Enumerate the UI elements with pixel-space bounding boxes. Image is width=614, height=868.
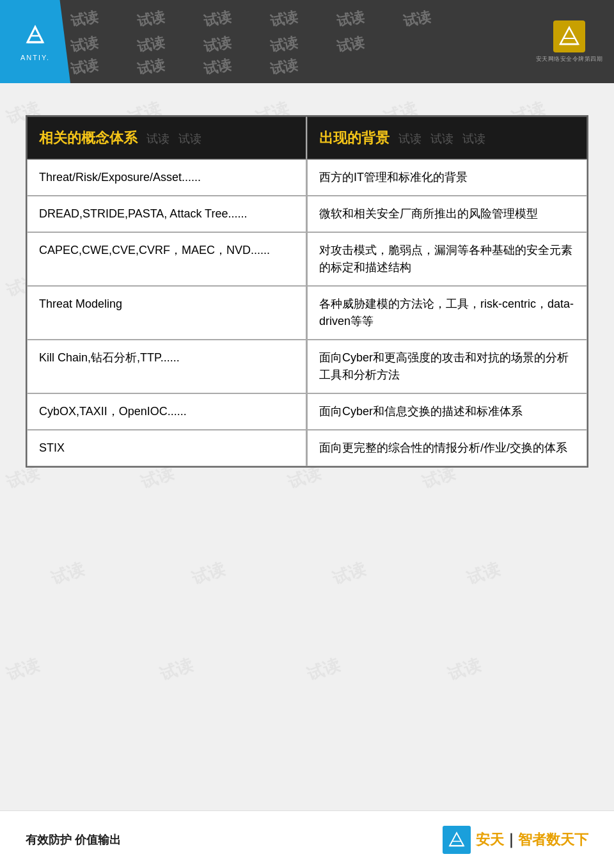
brand-name: 安天 [476, 832, 504, 848]
table-row: DREAD,STRIDE,PASTA, Attack Tree...... [27, 196, 307, 232]
brand-sub: 智者数天下 [518, 832, 588, 848]
table-row: 对攻击模式，脆弱点，漏洞等各种基础的安全元素的标定和描述结构 [307, 232, 587, 286]
table-row: CybOX,TAXII，OpenIOC...... [27, 393, 307, 430]
col1-header-text: 相关的概念体系 [39, 130, 138, 146]
watermark: 试读 [269, 33, 300, 56]
watermark: 试读 [269, 55, 300, 79]
svg-marker-6 [450, 833, 464, 846]
row-0-left: Threat/Risk/Exposure/Asset...... [39, 171, 201, 184]
col2-header: 出现的背景 试读 试读 试读 [307, 116, 587, 159]
svg-marker-0 [28, 27, 43, 42]
table-row: 各种威胁建模的方法论，工具，risk-centric，data-driven等等 [307, 286, 587, 340]
row-3-right: 各种威胁建模的方法论，工具，risk-centric，data-driven等等 [319, 297, 574, 327]
watermark: 试读 [136, 7, 167, 31]
watermark: 试读 [202, 55, 233, 79]
watermark: 试读 [70, 33, 100, 56]
table-row: Threat/Risk/Exposure/Asset...... [27, 159, 307, 196]
header-watermark-inline: 试读 [178, 132, 201, 145]
watermark: 试读 [70, 55, 100, 79]
watermark: 试读 [136, 33, 167, 56]
header-watermark-inline: 试读 [146, 132, 169, 145]
watermark: 试读 [70, 7, 100, 31]
row-1-left: DREAD,STRIDE,PASTA, Attack Tree...... [39, 207, 247, 220]
row-5-right: 面向Cyber和信息交换的描述和标准体系 [319, 405, 523, 418]
row-6-right: 面向更完整的综合性的情报分析/作业/交换的体系 [319, 441, 567, 454]
row-4-right: 面向Cyber和更高强度的攻击和对抗的场景的分析工具和分析方法 [319, 351, 569, 381]
table-row: Threat Modeling [27, 286, 307, 340]
header-watermark-inline: 试读 [398, 132, 421, 145]
header-right-logo: 安天网络安全令牌第四期 [531, 10, 608, 74]
watermark: 试读 [136, 55, 167, 79]
watermark: 试读 [402, 7, 433, 31]
watermark: 试读 [202, 7, 233, 31]
table-row: 面向更完整的综合性的情报分析/作业/交换的体系 [307, 430, 587, 466]
col1-header: 相关的概念体系 试读 试读 [27, 116, 307, 159]
header-tagline: 安天网络安全令牌第四期 [536, 55, 603, 63]
table-row: Kill Chain,钻石分析,TTP...... [27, 340, 307, 393]
footer: 有效防护 价值输出 安天｜智者数天下 [0, 810, 614, 868]
table-grid: 相关的概念体系 试读 试读 出现的背景 试读 试读 试读 Threat/Risk… [27, 116, 587, 466]
footer-brand-text: 安天｜智者数天下 [476, 830, 588, 849]
row-5-left: CybOX,TAXII，OpenIOC...... [39, 405, 187, 418]
watermark: 试读 [335, 33, 366, 56]
logo-icon [22, 22, 48, 51]
watermark: 试读 [202, 33, 233, 56]
row-4-left: Kill Chain,钻石分析,TTP...... [39, 351, 180, 364]
footer-brand-area: 安天｜智者数天下 [443, 826, 588, 854]
main-content: 试读 试读 试读 试读 试读 试读 试读 试读 试读 试读 试读 试读 试读 试… [0, 83, 614, 810]
row-3-left: Threat Modeling [39, 297, 122, 310]
header-watermark-inline: 试读 [430, 132, 453, 145]
footer-slogan: 有效防护 价值输出 [26, 832, 121, 848]
row-2-right: 对攻击模式，脆弱点，漏洞等各种基础的安全元素的标定和描述结构 [319, 244, 572, 274]
antiy-badge [553, 20, 585, 52]
table-row: CAPEC,CWE,CVE,CVRF，MAEC，NVD...... [27, 232, 307, 286]
watermark: 试读 [335, 7, 366, 31]
table-row: 西方的IT管理和标准化的背景 [307, 159, 587, 196]
table-row: 微软和相关安全厂商所推出的风险管理模型 [307, 196, 587, 232]
header-watermark-area: 试读 试读 试读 试读 试读 试读 试读 试读 试读 试读 试读 试读 试读 试… [70, 0, 531, 83]
logo-box: ANTIY. [0, 0, 70, 83]
svg-marker-3 [560, 28, 578, 44]
table-row: STIX [27, 430, 307, 466]
col2-header-text: 出现的背景 [319, 130, 390, 146]
header: ANTIY. 试读 试读 试读 试读 试读 试读 试读 试读 试读 试读 试读 … [0, 0, 614, 83]
row-2-left: CAPEC,CWE,CVE,CVRF，MAEC，NVD...... [39, 244, 270, 256]
footer-logo [443, 826, 471, 854]
main-table: 相关的概念体系 试读 试读 出现的背景 试读 试读 试读 Threat/Risk… [26, 115, 588, 468]
row-0-right: 西方的IT管理和标准化的背景 [319, 171, 468, 184]
watermark: 试读 [269, 7, 300, 31]
row-1-right: 微软和相关安全厂商所推出的风险管理模型 [319, 207, 538, 220]
table-row: 面向Cyber和信息交换的描述和标准体系 [307, 393, 587, 430]
row-6-left: STIX [39, 441, 65, 454]
logo-text: ANTIY. [20, 54, 50, 61]
header-watermark-inline: 试读 [462, 132, 485, 145]
table-row: 面向Cyber和更高强度的攻击和对抗的场景的分析工具和分析方法 [307, 340, 587, 393]
